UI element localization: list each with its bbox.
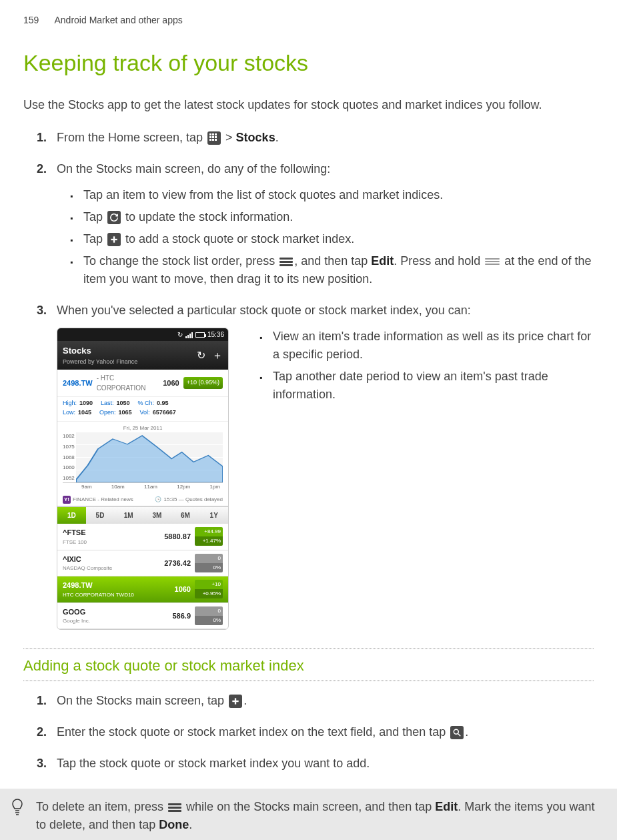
bullet: Tap to update the stock information.	[70, 208, 594, 226]
chart-yticks: 1082 1075 1068 1060 1052	[63, 432, 76, 482]
page-number: 159	[23, 13, 39, 27]
change-pill: +10 (0.95%)	[183, 377, 223, 389]
stocks-app-screenshot: ↻ 15:36 Stocks Powered by Yahoo! Finance…	[57, 328, 229, 630]
step-3: 3. When you've selected a particular sto…	[37, 302, 594, 630]
menu-icon	[168, 801, 181, 814]
app-title: Stocks	[63, 344, 137, 358]
tab-1m[interactable]: 1M	[114, 506, 143, 524]
tab-5d[interactable]: 5D	[86, 506, 115, 524]
step-number: 2.	[37, 160, 47, 178]
yahoo-icon: Y!	[63, 496, 71, 504]
status-bar: ↻ 15:36	[57, 328, 228, 341]
bullet: View an item's trade information as well…	[259, 328, 594, 364]
lightbulb-icon	[9, 798, 25, 818]
bullet: To change the stock list order, press , …	[70, 252, 594, 288]
sync-icon: ↻	[177, 330, 183, 340]
bullet: Tap an item to view from the list of sto…	[70, 186, 594, 204]
chart-xticks: 9am 10am 11am 12pm 1pm	[63, 483, 223, 491]
company-name: - HTC CORPORATION	[97, 373, 159, 393]
clock-icon: 🕒	[155, 496, 161, 504]
search-icon	[450, 726, 464, 739]
page-title: Keeping track of your stocks	[23, 46, 594, 80]
stock-list: ^FTSEFTSE 1005880.87+84.99+1.47%^IXICNAS…	[57, 524, 228, 629]
sub-heading: Adding a stock quote or stock market ind…	[23, 655, 594, 677]
add-step-1: 1. On the Stocks main screen, tap .	[37, 692, 594, 710]
add-step-3: 3. Tap the stock quote or stock market i…	[37, 755, 594, 773]
stocks-link: Stocks	[236, 131, 275, 144]
chart-box: Fri, 25 Mar 2011 1082 1075 1068 1060 105…	[57, 422, 228, 494]
bullet: Tap another date period to view an item'…	[259, 368, 594, 404]
svg-point-4	[454, 730, 459, 735]
selected-quote-row[interactable]: 2498.TW - HTC CORPORATION 1060 +10 (0.95…	[57, 370, 228, 397]
chart-plot	[76, 432, 223, 482]
list-item[interactable]: ^IXICNASDAQ Composite2736.4200%	[57, 550, 228, 577]
svg-rect-1	[111, 239, 117, 240]
plus-icon	[107, 233, 121, 246]
app-subtitle: Powered by Yahoo! Finance	[63, 358, 137, 367]
signal-icon	[185, 332, 193, 338]
app-header: Stocks Powered by Yahoo! Finance ↻ ＋	[57, 341, 228, 370]
tab-3m[interactable]: 3M	[143, 506, 171, 524]
clock: 15:36	[207, 330, 224, 340]
svg-rect-3	[232, 701, 238, 702]
list-item[interactable]: ^FTSEFTSE 1005880.87+84.99+1.47%	[57, 524, 228, 550]
plus-icon	[229, 695, 242, 708]
step-1: 1. From the Home screen, tap > Stocks.	[37, 129, 594, 147]
add-steps: 1. On the Stocks main screen, tap . 2. E…	[23, 692, 594, 773]
section-name: Android Market and other apps	[54, 15, 182, 25]
menu-icon	[279, 255, 293, 268]
price: 1060	[163, 378, 179, 389]
tab-1y[interactable]: 1Y	[199, 506, 228, 524]
step-2: 2. On the Stocks main screen, do any of …	[37, 160, 594, 288]
list-item[interactable]: 2498.TWHTC CORPORATION TWD101060+10+0.95…	[57, 576, 228, 603]
drag-handle-icon	[485, 256, 500, 268]
svg-line-5	[458, 734, 461, 737]
separator	[23, 681, 594, 681]
finance-footer: Y!FINANCE - Related news 🕒15:35 — Quotes…	[57, 494, 228, 506]
tip-box: To delete an item, press while on the St…	[0, 789, 617, 840]
list-item[interactable]: GOOGGoogle Inc.586.900%	[57, 603, 228, 630]
step-number: 1.	[37, 692, 47, 710]
step-number: 1.	[37, 129, 47, 147]
quote-details: High:1090 Last:1050 % Ch:0.95 Low:1045 O…	[57, 397, 228, 422]
period-tabs: 1D 5D 1M 3M 6M 1Y	[57, 506, 228, 524]
main-steps: 1. From the Home screen, tap > Stocks. 2…	[23, 129, 594, 630]
add-step-2: 2. Enter the stock quote or stock market…	[37, 723, 594, 741]
tab-6m[interactable]: 6M	[171, 506, 200, 524]
symbol: 2498.TW	[63, 378, 93, 389]
separator	[23, 649, 594, 649]
apps-grid-icon	[207, 131, 221, 145]
header-refresh-icon[interactable]: ↻	[197, 348, 205, 364]
refresh-icon	[107, 211, 121, 224]
step-number: 3.	[37, 755, 47, 773]
battery-icon	[195, 332, 205, 338]
step-number: 2.	[37, 723, 47, 741]
intro-text: Use the Stocks app to get the latest sto…	[23, 96, 594, 114]
page-header: 159 Android Market and other apps	[23, 13, 594, 27]
bullet: Tap to add a stock quote or stock market…	[70, 230, 594, 248]
header-plus-icon[interactable]: ＋	[212, 348, 223, 364]
step-number: 3.	[37, 302, 47, 320]
tab-1d[interactable]: 1D	[57, 506, 86, 524]
chart-date: Fri, 25 Mar 2011	[63, 424, 223, 432]
